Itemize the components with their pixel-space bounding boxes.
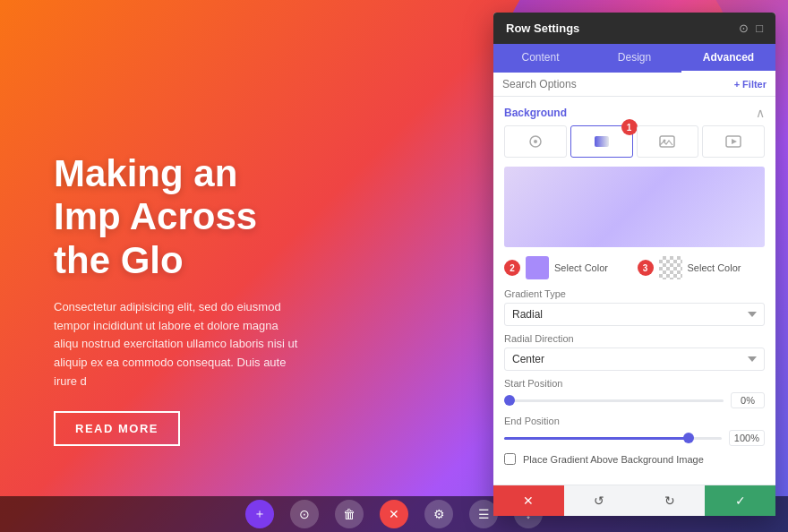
toolbar-delete-icon[interactable]: 🗑 xyxy=(335,500,364,528)
row-settings-panel: Row Settings ⊙ □ Content Design Advanced… xyxy=(493,13,775,516)
cancel-button[interactable]: ✕ xyxy=(493,485,564,516)
filter-button[interactable]: + Filter xyxy=(734,79,767,90)
tab-content[interactable]: Content xyxy=(493,44,587,73)
color-stop-1-badge: 2 xyxy=(504,260,520,276)
svg-rect-2 xyxy=(595,136,609,147)
place-gradient-row: Place Gradient Above Background Image xyxy=(504,453,765,465)
start-position-row: Start Position 0% xyxy=(504,378,765,408)
panel-body: Background ∧ 1 2 Select Color xyxy=(493,97,775,485)
canvas-body: Consectetur adipisicing elit, sed do eiu… xyxy=(54,298,304,391)
bg-type-gradient[interactable]: 1 xyxy=(570,125,633,158)
gradient-preview xyxy=(504,167,765,247)
confirm-button[interactable]: ✓ xyxy=(705,485,775,516)
bg-type-color[interactable] xyxy=(504,125,567,158)
reset-button[interactable]: ↺ xyxy=(564,485,635,516)
end-position-label: End Position xyxy=(504,416,765,426)
color-stop-2-label[interactable]: Select Color xyxy=(688,262,766,273)
place-gradient-label: Place Gradient Above Background Image xyxy=(523,454,704,465)
color-stop-1-label[interactable]: Select Color xyxy=(554,262,632,273)
radial-direction-select[interactable]: Center Top Left Top Right Bottom Left Bo… xyxy=(504,348,765,371)
color-stop-2-badge: 3 xyxy=(638,260,654,276)
toolbar-gear-icon[interactable]: ⚙ xyxy=(424,500,453,528)
section-toggle-icon[interactable]: ∧ xyxy=(756,106,765,120)
place-gradient-checkbox[interactable] xyxy=(504,453,516,465)
start-position-thumb[interactable] xyxy=(504,395,515,406)
panel-footer: ✕ ↺ ↻ ✓ xyxy=(493,485,775,516)
radial-direction-label: Radial Direction xyxy=(504,333,765,344)
panel-settings-icon[interactable]: ⊙ xyxy=(739,21,749,35)
end-position-value[interactable]: 100% xyxy=(729,430,765,446)
bg-type-video[interactable] xyxy=(702,125,765,158)
gradient-type-field: Gradient Type Linear Radial Conic xyxy=(504,288,765,326)
toolbar-close-icon[interactable]: ✕ xyxy=(380,500,408,528)
panel-header: Row Settings ⊙ □ xyxy=(493,13,775,44)
start-position-label: Start Position xyxy=(504,378,765,389)
search-bar: + Filter xyxy=(493,73,775,97)
end-position-thumb[interactable] xyxy=(683,433,694,443)
radial-direction-field: Radial Direction Center Top Left Top Rig… xyxy=(504,333,765,371)
redo-button[interactable]: ↻ xyxy=(635,485,706,516)
color-stop-1-swatch[interactable] xyxy=(526,256,549,279)
bg-type-image[interactable] xyxy=(637,125,699,158)
start-position-control: 0% xyxy=(504,392,765,408)
panel-tabs: Content Design Advanced xyxy=(493,44,775,73)
end-position-row: End Position 100% xyxy=(504,416,765,446)
end-position-control: 100% xyxy=(504,430,765,446)
end-position-fill xyxy=(504,437,689,440)
panel-header-icons: ⊙ □ xyxy=(739,21,763,35)
canvas-cta-button[interactable]: READ MORE xyxy=(54,411,180,446)
svg-marker-6 xyxy=(732,139,737,144)
search-input[interactable] xyxy=(502,78,729,90)
bg-type-row: 1 xyxy=(504,125,765,158)
end-position-track[interactable] xyxy=(504,437,722,440)
gradient-type-label: Gradient Type xyxy=(504,288,765,299)
panel-collapse-icon[interactable]: □ xyxy=(756,21,763,35)
svg-point-1 xyxy=(534,140,537,143)
gradient-type-select[interactable]: Linear Radial Conic xyxy=(504,303,765,326)
toolbar-settings-icon[interactable]: ⊙ xyxy=(290,500,319,528)
toolbar-add-icon[interactable]: ＋ xyxy=(245,500,274,528)
canvas-content: Making an Imp Across the Glo Consectetur… xyxy=(54,152,304,446)
panel-title: Row Settings xyxy=(506,21,579,35)
tab-advanced[interactable]: Advanced xyxy=(681,44,775,73)
section-title: Background xyxy=(504,107,567,119)
color-stop-1-row: 2 Select Color 3 Select Color xyxy=(504,256,765,279)
start-position-track[interactable] xyxy=(504,399,724,402)
bg-gradient-badge: 1 xyxy=(621,119,638,135)
color-stop-2-swatch[interactable] xyxy=(659,256,682,279)
canvas-heading: Making an Imp Across the Glo xyxy=(54,152,304,282)
start-position-value[interactable]: 0% xyxy=(731,392,765,408)
tab-design[interactable]: Design xyxy=(587,44,681,73)
